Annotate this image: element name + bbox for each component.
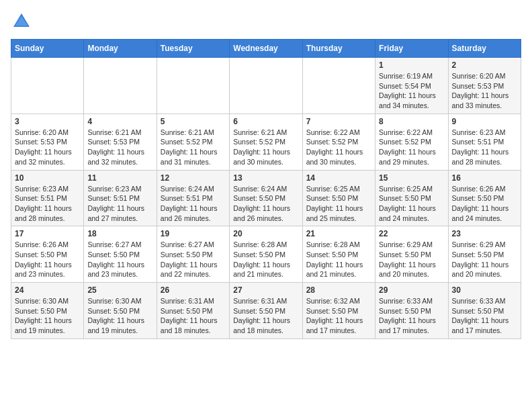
day-number: 30 [452,285,517,295]
day-info: Sunrise: 6:24 AMSunset: 5:50 PMDaylight:… [233,184,298,224]
day-number: 16 [452,173,517,183]
logo [11,11,35,32]
calendar-cell [11,58,84,114]
calendar-cell: 12Sunrise: 6:24 AMSunset: 5:51 PMDayligh… [157,170,229,226]
day-number: 4 [87,117,152,126]
day-info: Sunrise: 6:20 AMSunset: 5:53 PMDaylight:… [452,71,517,111]
calendar-cell: 7Sunrise: 6:22 AMSunset: 5:52 PMDaylight… [302,113,375,170]
day-number: 12 [161,173,226,183]
calendar-cell: 13Sunrise: 6:24 AMSunset: 5:50 PMDayligh… [230,170,302,226]
calendar-cell: 24Sunrise: 6:30 AMSunset: 5:50 PMDayligh… [11,283,84,339]
day-info: Sunrise: 6:33 AMSunset: 5:50 PMDaylight:… [379,296,444,336]
day-number: 2 [452,60,517,70]
calendar-cell: 28Sunrise: 6:32 AMSunset: 5:50 PMDayligh… [302,283,375,339]
day-number: 7 [306,117,371,126]
calendar-cell: 10Sunrise: 6:23 AMSunset: 5:51 PMDayligh… [11,170,84,226]
calendar-cell: 4Sunrise: 6:21 AMSunset: 5:53 PMDaylight… [84,113,157,170]
day-info: Sunrise: 6:26 AMSunset: 5:50 PMDaylight:… [452,184,517,224]
calendar-cell: 6Sunrise: 6:21 AMSunset: 5:52 PMDaylight… [230,113,302,170]
day-number: 28 [306,285,371,295]
day-number: 21 [306,229,371,238]
calendar-cell [302,58,375,114]
calendar-cell: 17Sunrise: 6:26 AMSunset: 5:50 PMDayligh… [11,226,84,283]
day-number: 27 [233,285,298,295]
day-number: 9 [452,117,517,126]
day-number: 11 [87,173,152,183]
day-info: Sunrise: 6:20 AMSunset: 5:53 PMDaylight:… [15,128,80,167]
calendar-cell: 1Sunrise: 6:19 AMSunset: 5:54 PMDaylight… [375,58,448,114]
day-info: Sunrise: 6:29 AMSunset: 5:50 PMDaylight:… [379,240,444,279]
calendar-cell: 20Sunrise: 6:28 AMSunset: 5:50 PMDayligh… [230,226,302,283]
day-info: Sunrise: 6:31 AMSunset: 5:50 PMDaylight:… [161,296,226,336]
day-number: 20 [233,229,298,238]
day-number: 3 [15,117,80,126]
calendar-cell [157,58,229,114]
calendar-cell: 9Sunrise: 6:23 AMSunset: 5:51 PMDaylight… [448,113,521,170]
calendar-cell: 25Sunrise: 6:30 AMSunset: 5:50 PMDayligh… [84,283,157,339]
day-info: Sunrise: 6:32 AMSunset: 5:50 PMDaylight:… [306,296,371,336]
day-number: 19 [161,229,226,238]
day-number: 26 [161,285,226,295]
col-header-sunday: Sunday [11,40,84,58]
logo-icon [11,11,32,32]
day-info: Sunrise: 6:22 AMSunset: 5:52 PMDaylight:… [379,128,444,167]
day-number: 23 [452,229,517,238]
calendar-cell: 16Sunrise: 6:26 AMSunset: 5:50 PMDayligh… [448,170,521,226]
calendar-cell: 15Sunrise: 6:25 AMSunset: 5:50 PMDayligh… [375,170,448,226]
calendar-cell: 29Sunrise: 6:33 AMSunset: 5:50 PMDayligh… [375,283,448,339]
day-number: 6 [233,117,298,126]
day-info: Sunrise: 6:29 AMSunset: 5:50 PMDaylight:… [452,240,517,279]
day-number: 15 [379,173,444,183]
col-header-friday: Friday [375,40,448,58]
calendar-cell: 23Sunrise: 6:29 AMSunset: 5:50 PMDayligh… [448,226,521,283]
day-info: Sunrise: 6:21 AMSunset: 5:52 PMDaylight:… [161,128,226,167]
calendar-cell: 27Sunrise: 6:31 AMSunset: 5:50 PMDayligh… [230,283,302,339]
day-info: Sunrise: 6:23 AMSunset: 5:51 PMDaylight:… [87,184,152,224]
col-header-tuesday: Tuesday [157,40,229,58]
day-info: Sunrise: 6:28 AMSunset: 5:50 PMDaylight:… [306,240,371,279]
page-header [11,11,521,32]
day-info: Sunrise: 6:21 AMSunset: 5:53 PMDaylight:… [87,128,152,167]
col-header-wednesday: Wednesday [230,40,302,58]
day-info: Sunrise: 6:27 AMSunset: 5:50 PMDaylight:… [161,240,226,279]
calendar-cell: 8Sunrise: 6:22 AMSunset: 5:52 PMDaylight… [375,113,448,170]
day-number: 22 [379,229,444,238]
calendar-cell: 18Sunrise: 6:27 AMSunset: 5:50 PMDayligh… [84,226,157,283]
col-header-thursday: Thursday [302,40,375,58]
calendar-cell: 26Sunrise: 6:31 AMSunset: 5:50 PMDayligh… [157,283,229,339]
day-number: 18 [87,229,152,238]
day-number: 24 [15,285,80,295]
day-info: Sunrise: 6:23 AMSunset: 5:51 PMDaylight:… [15,184,80,224]
day-info: Sunrise: 6:30 AMSunset: 5:50 PMDaylight:… [87,296,152,336]
col-header-monday: Monday [84,40,157,58]
day-info: Sunrise: 6:23 AMSunset: 5:51 PMDaylight:… [452,128,517,167]
day-number: 13 [233,173,298,183]
day-info: Sunrise: 6:28 AMSunset: 5:50 PMDaylight:… [233,240,298,279]
col-header-saturday: Saturday [448,40,521,58]
calendar-cell: 19Sunrise: 6:27 AMSunset: 5:50 PMDayligh… [157,226,229,283]
day-info: Sunrise: 6:25 AMSunset: 5:50 PMDaylight:… [379,184,444,224]
calendar-table: SundayMondayTuesdayWednesdayThursdayFrid… [11,39,521,339]
day-info: Sunrise: 6:25 AMSunset: 5:50 PMDaylight:… [306,184,371,224]
calendar-cell [84,58,157,114]
day-number: 17 [15,229,80,238]
day-number: 8 [379,117,444,126]
day-number: 14 [306,173,371,183]
day-number: 29 [379,285,444,295]
calendar-cell: 21Sunrise: 6:28 AMSunset: 5:50 PMDayligh… [302,226,375,283]
calendar-cell: 14Sunrise: 6:25 AMSunset: 5:50 PMDayligh… [302,170,375,226]
day-info: Sunrise: 6:22 AMSunset: 5:52 PMDaylight:… [306,128,371,167]
day-info: Sunrise: 6:19 AMSunset: 5:54 PMDaylight:… [379,71,444,111]
day-info: Sunrise: 6:33 AMSunset: 5:50 PMDaylight:… [452,296,517,336]
day-info: Sunrise: 6:27 AMSunset: 5:50 PMDaylight:… [87,240,152,279]
day-info: Sunrise: 6:30 AMSunset: 5:50 PMDaylight:… [15,296,80,336]
day-info: Sunrise: 6:21 AMSunset: 5:52 PMDaylight:… [233,128,298,167]
calendar-cell: 2Sunrise: 6:20 AMSunset: 5:53 PMDaylight… [448,58,521,114]
calendar-cell: 3Sunrise: 6:20 AMSunset: 5:53 PMDaylight… [11,113,84,170]
day-info: Sunrise: 6:24 AMSunset: 5:51 PMDaylight:… [161,184,226,224]
day-number: 5 [161,117,226,126]
day-info: Sunrise: 6:26 AMSunset: 5:50 PMDaylight:… [15,240,80,279]
day-number: 25 [87,285,152,295]
calendar-cell: 30Sunrise: 6:33 AMSunset: 5:50 PMDayligh… [448,283,521,339]
calendar-cell: 5Sunrise: 6:21 AMSunset: 5:52 PMDaylight… [157,113,229,170]
